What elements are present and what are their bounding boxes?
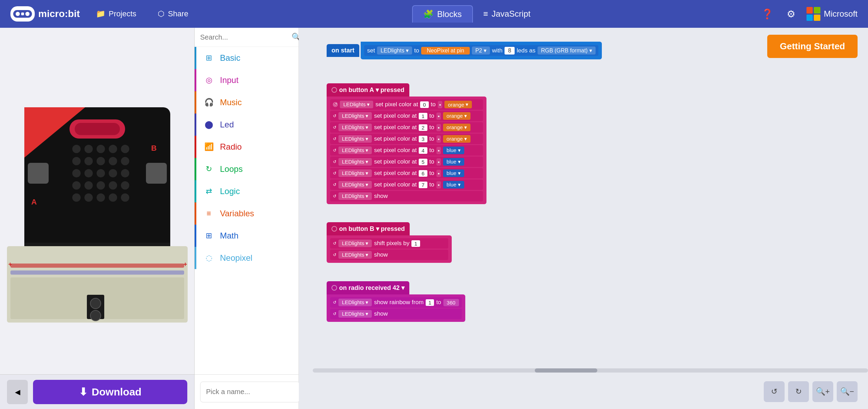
row0-ledlights[interactable]: LEDlights ▾ <box>340 101 373 108</box>
project-name-input[interactable] <box>200 382 300 402</box>
search-input[interactable] <box>200 33 288 41</box>
row7-ledlights[interactable]: LEDlights ▾ <box>338 181 372 189</box>
math-label: Math <box>220 231 238 241</box>
ledlights-dropdown[interactable]: LEDlights ▾ <box>377 47 412 55</box>
toolbox-items: ⊞Basic◎Input🎧Music⬤Led📶Radio↻Loops⇄Logic… <box>195 47 298 374</box>
pin-dropdown[interactable]: P2 ▾ <box>472 47 490 55</box>
help-icon: ❓ <box>761 8 773 20</box>
row2-to: to <box>429 124 434 131</box>
share-button[interactable]: ⬡ Share <box>152 7 194 21</box>
pixel-row-4: ↺ LEDlights ▾ set pixel color at 4 to ▪ … <box>330 145 483 156</box>
toolbox-item-input[interactable]: ◎Input <box>195 69 298 91</box>
row4-ledlights[interactable]: LEDlights ▾ <box>338 147 372 154</box>
math-icon: ⊞ <box>203 230 214 241</box>
row0-num: 0 <box>420 101 428 108</box>
rainbow-circle: ↺ <box>333 300 336 305</box>
row5-color[interactable]: blue ▾ <box>443 158 464 166</box>
workspace-footer: ↺ ↻ 🔍+ 🔍− <box>753 374 868 409</box>
toolbox-item-neopixel[interactable]: ◌Neopixel <box>195 247 298 269</box>
show-circle: ↺ <box>333 194 336 199</box>
redo-button[interactable]: ↻ <box>788 381 809 402</box>
toolbox-item-loops[interactable]: ↻Loops <box>195 158 298 180</box>
row7-circle: ↺ <box>333 182 336 187</box>
format-dropdown[interactable]: RGB (GRB format) ▾ <box>538 47 596 55</box>
redo-icon: ↻ <box>795 387 802 396</box>
svg-point-17 <box>121 157 129 165</box>
show-b-ledlights[interactable]: LEDlights ▾ <box>338 251 372 259</box>
share-label: Share <box>168 9 188 18</box>
ms-grid-icon <box>806 7 820 21</box>
toolbox-item-music[interactable]: 🎧Music <box>195 91 298 114</box>
blocks-mode-button[interactable]: 🧩 Blocks <box>412 5 473 23</box>
show-label-b: show <box>374 251 388 258</box>
collapse-button[interactable]: ◀ <box>7 380 28 404</box>
svg-point-16 <box>109 157 117 165</box>
btn-b-show-row: ↺ LEDlights ▾ show <box>330 250 448 260</box>
svg-point-14 <box>84 157 93 165</box>
toolbox-item-radio[interactable]: 📶Radio <box>195 136 298 158</box>
toolbox-item-logic[interactable]: ⇄Logic <box>195 180 298 202</box>
rainbow-from-val: 1 <box>426 299 434 306</box>
rainbow-ledlights[interactable]: LEDlights ▾ <box>338 299 372 306</box>
on-start-header: on start <box>327 44 359 57</box>
on-start-label: on start <box>331 47 354 54</box>
svg-point-59 <box>90 298 101 309</box>
help-button[interactable]: ❓ <box>759 6 776 22</box>
row2-ledlights[interactable]: LEDlights ▾ <box>338 124 372 131</box>
neopixel-label: Neopixel <box>220 253 252 263</box>
zoom-in-button[interactable]: 🔍+ <box>812 381 833 402</box>
svg-point-21 <box>109 169 117 177</box>
settings-icon: ⚙ <box>787 8 795 20</box>
variables-icon: ≡ <box>203 208 214 219</box>
row4-color[interactable]: blue ▾ <box>443 147 464 154</box>
download-label: Download <box>92 386 141 398</box>
svg-point-27 <box>121 181 129 190</box>
with-label: with <box>492 47 502 54</box>
row3-to: to <box>429 135 434 142</box>
row0-circle: ↺ <box>333 102 338 107</box>
svg-rect-34 <box>146 163 167 184</box>
row1-color[interactable]: orange ▾ <box>443 112 470 120</box>
row2-color[interactable]: orange ▾ <box>443 124 470 131</box>
row1-set-label: set pixel color at <box>374 112 417 119</box>
workspace[interactable]: Getting Started on start set LEDlights ▾… <box>299 28 868 409</box>
row3-ledlights[interactable]: LEDlights ▾ <box>338 135 372 143</box>
row3-color[interactable]: orange ▾ <box>443 135 470 143</box>
show-radio-ledlights[interactable]: LEDlights ▾ <box>338 310 372 318</box>
row5-ledlights[interactable]: LEDlights ▾ <box>338 158 372 166</box>
row0-color[interactable]: orange ▾ <box>444 101 472 108</box>
row2-color-block: ▪ <box>436 124 441 131</box>
blocks-area: on start set LEDlights ▾ to NeoPixel at … <box>299 28 868 374</box>
show-ledlights[interactable]: LEDlights ▾ <box>338 192 372 200</box>
radio-rainbow-row: ↺ LEDlights ▾ show rainbow from 1 to 360 <box>330 297 462 308</box>
svg-point-18 <box>72 169 81 177</box>
toolbox-item-basic[interactable]: ⊞Basic <box>195 47 298 69</box>
row6-color[interactable]: blue ▾ <box>443 169 464 177</box>
toolbox-item-led[interactable]: ⬤Led <box>195 114 298 136</box>
settings-button[interactable]: ⚙ <box>783 6 800 22</box>
javascript-mode-button[interactable]: ≡ JavaScript <box>473 5 541 23</box>
row5-num: 5 <box>419 159 427 165</box>
search-box: 🔍 <box>195 28 298 47</box>
undo-button[interactable]: ↺ <box>764 381 785 402</box>
row3-set-label: set pixel color at <box>374 135 417 142</box>
workspace-scrollbar[interactable] <box>313 368 868 373</box>
music-label: Music <box>220 98 242 107</box>
workspace-scrollbar-thumb[interactable] <box>535 368 597 373</box>
download-button[interactable]: ⬇ Download <box>33 380 187 404</box>
svg-point-22 <box>121 169 129 177</box>
set-label: set <box>367 47 375 54</box>
svg-point-13 <box>72 157 81 165</box>
shift-ledlights[interactable]: LEDlights ▾ <box>338 240 372 247</box>
row1-ledlights[interactable]: LEDlights ▾ <box>338 112 372 120</box>
projects-button[interactable]: 📁 Projects <box>90 7 142 21</box>
row0-color-block: ▪ <box>438 101 442 108</box>
row7-to: to <box>429 181 434 188</box>
toolbox-item-variables[interactable]: ≡Variables <box>195 202 298 225</box>
zoom-out-button[interactable]: 🔍− <box>837 381 858 402</box>
row5-set-label: set pixel color at <box>374 158 417 165</box>
row6-ledlights[interactable]: LEDlights ▾ <box>338 169 372 177</box>
row7-color[interactable]: blue ▾ <box>443 181 464 189</box>
logo-text: micro:bit <box>38 8 80 19</box>
toolbox-item-math[interactable]: ⊞Math <box>195 225 298 247</box>
